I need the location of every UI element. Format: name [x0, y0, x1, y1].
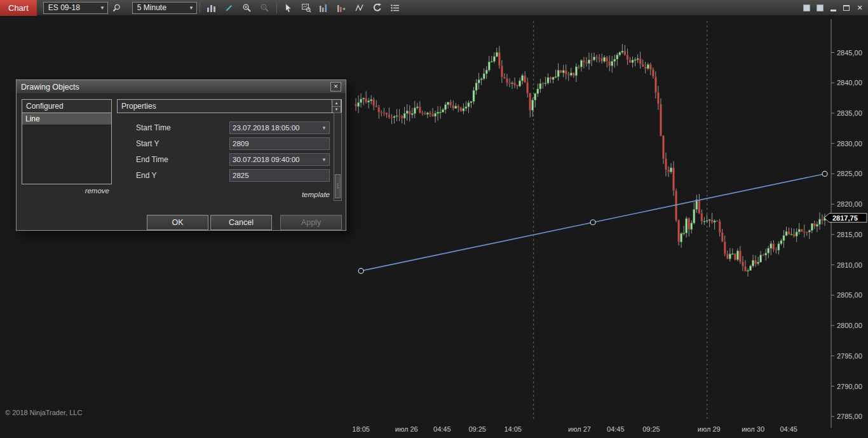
chart-area: 2785,002790,002795,002800,002805,002810,… — [0, 16, 868, 438]
end-time-field[interactable]: 30.07.2018 09:40:00 ▼ — [229, 153, 330, 166]
chevron-down-icon: ▼ — [189, 5, 194, 11]
svg-text:июл 26: июл 26 — [395, 425, 418, 433]
zoom-out-icon[interactable] — [257, 1, 273, 15]
chart-toolbar: Chart ES 09-18 ▼ 5 Minute ▼ — [0, 0, 868, 16]
svg-text:2810,00: 2810,00 — [837, 261, 862, 269]
svg-text:июл 29: июл 29 — [698, 425, 721, 433]
trend-line-handle[interactable] — [590, 220, 595, 225]
drawing-object-item-line[interactable]: Line — [22, 113, 111, 125]
last-price-badge: 2817,75 — [824, 214, 867, 222]
start-y-field[interactable]: 2809 — [229, 137, 330, 150]
trend-line-handle[interactable] — [358, 268, 363, 273]
bar-spacing-icon[interactable] — [316, 1, 332, 15]
field-label: Start Y — [136, 139, 159, 148]
instrument-value: ES 09-18 — [48, 3, 80, 12]
property-row: End Y 2825 — [117, 169, 330, 182]
svg-text:09:25: 09:25 — [468, 425, 486, 433]
svg-text:июл 27: июл 27 — [568, 425, 591, 433]
display-properties-icon[interactable] — [387, 1, 403, 15]
scroll-down-icon[interactable]: ▼ — [332, 107, 341, 113]
property-row: End Time 30.07.2018 09:40:00 ▼ — [117, 153, 330, 166]
svg-text:18:05: 18:05 — [352, 425, 370, 433]
scroll-up-icon[interactable]: ▲ — [332, 100, 341, 107]
interval-value: 5 Minute — [137, 3, 166, 12]
chevron-down-icon: ▼ — [100, 5, 105, 11]
start-time-field[interactable]: 23.07.2018 18:05:00 ▼ — [229, 121, 330, 134]
configured-list[interactable]: Line — [22, 113, 112, 184]
svg-text:2800,00: 2800,00 — [837, 322, 862, 329]
interval-selector[interactable]: 5 Minute ▼ — [132, 2, 197, 14]
configured-header: Configured — [22, 99, 112, 113]
properties-header-label: Properties — [121, 102, 156, 111]
svg-text:2835,00: 2835,00 — [837, 109, 862, 117]
template-link[interactable]: template — [229, 191, 330, 198]
ok-button[interactable]: OK — [147, 215, 208, 230]
svg-text:2845,00: 2845,00 — [837, 49, 862, 57]
toolbar-separator — [200, 3, 200, 13]
properties-header: Properties ▲ ▼ — [117, 99, 342, 113]
svg-text:2805,00: 2805,00 — [837, 291, 862, 299]
property-row: Start Y 2809 — [117, 137, 330, 150]
end-y-field[interactable]: 2825 — [229, 169, 330, 182]
properties-scrollbar[interactable] — [334, 113, 342, 201]
toolbar-separator — [276, 3, 277, 13]
remove-link[interactable]: remove — [22, 187, 112, 195]
candles — [355, 44, 826, 277]
svg-text:2815,00: 2815,00 — [837, 231, 862, 238]
trend-line-handle[interactable] — [822, 171, 827, 176]
end-y-value: 2825 — [233, 172, 249, 179]
regression-icon[interactable] — [351, 1, 368, 15]
svg-text:2830,00: 2830,00 — [837, 140, 862, 147]
properties-scroll-spinner: ▲ ▼ — [332, 99, 341, 113]
apply-button[interactable]: Apply — [280, 215, 342, 230]
chevron-down-icon: ▼ — [322, 157, 327, 163]
svg-text:04:45: 04:45 — [780, 425, 797, 433]
chevron-down-icon: ▼ — [322, 125, 327, 131]
chart-style-icon[interactable] — [203, 1, 220, 15]
minimize-button[interactable] — [827, 3, 839, 13]
price-axis[interactable]: 2785,002790,002795,002800,002805,002810,… — [831, 19, 862, 428]
trend-line[interactable] — [358, 171, 827, 273]
data-box-icon[interactable] — [298, 1, 315, 15]
svg-text:2817,75: 2817,75 — [832, 214, 858, 222]
instrument-selector[interactable]: ES 09-18 ▼ — [43, 2, 108, 14]
property-row: Start Time 23.07.2018 18:05:00 ▼ — [117, 121, 330, 134]
restore-button[interactable] — [841, 3, 852, 13]
cursor-icon[interactable] — [280, 1, 297, 15]
properties-panel: Properties ▲ ▼ Start Time 23.07.2018 18:… — [117, 99, 342, 201]
session-break-lines — [534, 21, 707, 421]
svg-text:2795,00: 2795,00 — [837, 352, 862, 360]
dialog-close-button[interactable]: ✕ — [330, 82, 341, 92]
close-button[interactable]: ✕ — [854, 3, 865, 13]
configured-panel: Configured Line remove — [22, 99, 112, 195]
dialog-title: Drawing Objects — [21, 83, 79, 92]
start-y-value: 2809 — [233, 140, 249, 147]
dialog-title-bar[interactable]: Drawing Objects ✕ — [17, 80, 346, 94]
zoom-in-icon[interactable] — [239, 1, 255, 15]
field-label: End Time — [136, 155, 168, 164]
workspace-panel-icon[interactable] — [801, 3, 812, 13]
instrument-search-icon[interactable] — [109, 1, 125, 15]
svg-text:09:25: 09:25 — [642, 425, 660, 433]
svg-text:2840,00: 2840,00 — [837, 79, 862, 86]
bar-type-icon[interactable] — [334, 1, 350, 15]
end-time-value: 30.07.2018 09:40:00 — [233, 156, 300, 163]
svg-text:04:45: 04:45 — [433, 425, 451, 433]
svg-text:2825,00: 2825,00 — [837, 170, 862, 177]
scrollbar-thumb[interactable] — [335, 174, 341, 198]
svg-text:июл 30: июл 30 — [742, 425, 764, 433]
time-axis[interactable]: 18:05июл 2604:4509:2514:05июл 2704:4509:… — [352, 425, 797, 433]
field-label: End Y — [136, 171, 156, 180]
start-time-value: 23.07.2018 18:05:00 — [233, 124, 300, 132]
field-label: Start Time — [136, 123, 171, 132]
tab-chart[interactable]: Chart — [0, 0, 37, 16]
drawing-tools-icon[interactable] — [221, 1, 238, 15]
copyright-text: © 2018 NinjaTrader, LLC — [5, 409, 82, 416]
reload-icon[interactable] — [369, 1, 386, 15]
svg-text:2790,00: 2790,00 — [837, 383, 862, 390]
svg-text:14:05: 14:05 — [504, 425, 522, 433]
workspace-panel-icon[interactable] — [814, 3, 825, 13]
svg-text:2820,00: 2820,00 — [837, 200, 862, 208]
cancel-button[interactable]: Cancel — [210, 215, 272, 230]
svg-text:04:45: 04:45 — [607, 425, 625, 433]
